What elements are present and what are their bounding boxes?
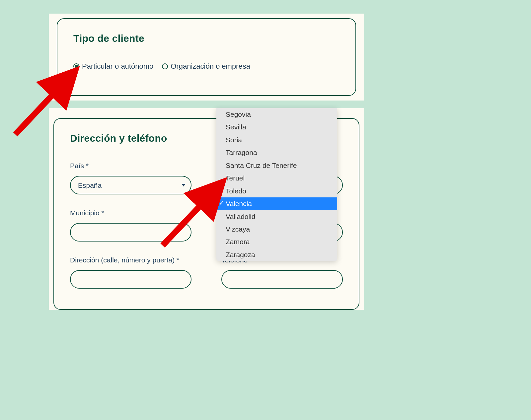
dropdown-option[interactable]: Sevilla — [216, 121, 337, 133]
dropdown-option[interactable]: Zamora — [216, 236, 337, 248]
radio-dot-icon — [73, 63, 79, 69]
label-municipio: Municipio * — [70, 209, 191, 217]
dropdown-option[interactable]: Teruel — [216, 172, 337, 184]
label-direccion: Dirección (calle, número y puerta) * — [70, 256, 191, 264]
radio-dot-icon — [162, 63, 168, 69]
dropdown-option[interactable]: Zaragoza — [216, 248, 337, 261]
radio-organization-label: Organización o empresa — [171, 62, 250, 71]
dropdown-option[interactable]: Vizcaya — [216, 223, 337, 236]
dropdown-option[interactable]: Toledo — [216, 185, 337, 197]
select-pais-wrap: España — [70, 176, 191, 194]
dropdown-option[interactable]: Soria — [216, 134, 337, 146]
client-type-panel: Tipo de cliente Particular o autónomo Or… — [49, 14, 364, 101]
client-type-fieldset: Tipo de cliente Particular o autónomo Or… — [57, 18, 356, 96]
client-type-title: Tipo de cliente — [73, 33, 340, 44]
dropdown-option[interactable]: Santa Cruz de Tenerife — [216, 159, 337, 172]
radio-organization[interactable]: Organización o empresa — [162, 62, 250, 71]
dropdown-option[interactable]: Segovia — [216, 108, 337, 121]
client-type-radio-group: Particular o autónomo Organización o emp… — [73, 62, 340, 71]
dropdown-option[interactable]: Tarragona — [216, 146, 337, 159]
label-pais: País * — [70, 162, 191, 170]
input-telefono[interactable] — [221, 270, 343, 289]
dropdown-option[interactable]: Valladolid — [216, 210, 337, 223]
input-municipio[interactable] — [70, 223, 191, 242]
dropdown-option[interactable]: Valencia — [216, 197, 337, 210]
field-direccion: Dirección (calle, número y puerta) * — [70, 256, 191, 289]
input-direccion[interactable] — [70, 270, 191, 289]
select-pais[interactable]: España — [70, 176, 191, 194]
field-pais: País * España — [70, 162, 191, 194]
provincia-dropdown[interactable]: SegoviaSevillaSoriaTarragonaSanta Cruz d… — [216, 108, 337, 261]
radio-particular[interactable]: Particular o autónomo — [73, 62, 153, 71]
radio-particular-label: Particular o autónomo — [82, 62, 153, 71]
field-municipio: Municipio * — [70, 209, 191, 242]
